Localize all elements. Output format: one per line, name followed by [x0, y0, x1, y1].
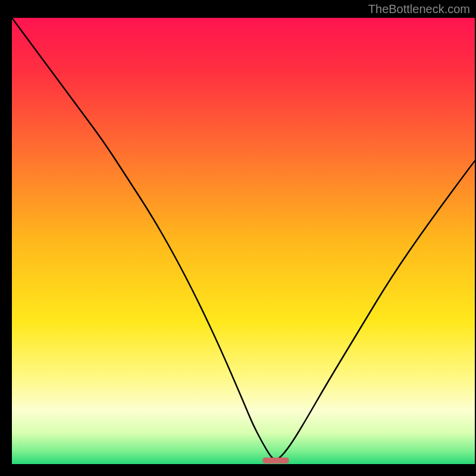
optimum-marker [262, 458, 289, 464]
watermark-text: TheBottleneck.com [368, 2, 470, 16]
frame-bottom [0, 464, 476, 476]
bottleneck-chart [0, 0, 476, 476]
chart-container: TheBottleneck.com [0, 0, 476, 476]
frame-left [0, 0, 12, 476]
plot-background [12, 18, 475, 464]
